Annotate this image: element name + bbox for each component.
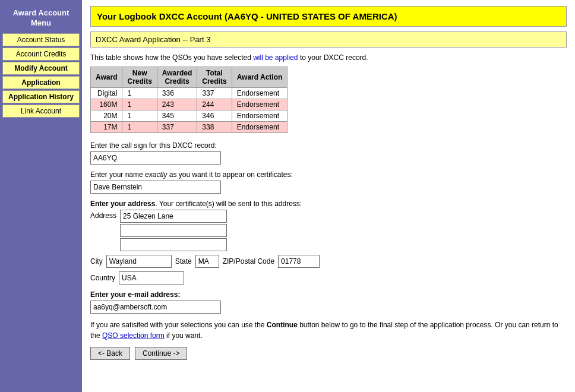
- callsign-section: Enter the call sign for this DXCC record…: [90, 141, 567, 165]
- intro-text: This table shows how the QSOs you have s…: [90, 53, 567, 62]
- state-input[interactable]: [195, 255, 219, 268]
- name-label: Enter your name exactly as you want it t…: [90, 170, 567, 179]
- sidebar-title: Award Account Menu: [2, 5, 80, 33]
- table-row: 20M 1 345 346 Endorsement: [91, 110, 288, 122]
- address-label-strong: Enter your address: [90, 200, 155, 208]
- intro-text-after: to your DXCC record.: [298, 53, 368, 62]
- city-label: City: [90, 257, 103, 265]
- footer-text: If you are satisifed with your selection…: [90, 320, 567, 341]
- new-credits-cell: 1: [122, 88, 157, 99]
- footer-continue-word: Continue: [267, 321, 298, 329]
- award-action-cell: Endorsement: [232, 88, 288, 99]
- address3-input[interactable]: [120, 238, 227, 251]
- col-header-total-credits: TotalCredits: [197, 67, 232, 88]
- section-title: DXCC Award Application -- Part 3: [90, 31, 567, 48]
- award-cell: Digital: [91, 88, 122, 99]
- award-cell: 160M: [91, 99, 122, 110]
- sidebar-item-account-credits[interactable]: Account Credits: [2, 48, 80, 61]
- state-label: State: [175, 257, 192, 265]
- address-inputs: [120, 210, 227, 251]
- callsign-input[interactable]: [90, 151, 221, 165]
- address-label: Enter your address. Your certificate(s) …: [90, 200, 567, 208]
- main-content: Your Logbook DXCC Account (AA6YQ - UNITE…: [82, 0, 575, 392]
- award-action-cell: Endorsement: [232, 110, 288, 122]
- address2-input[interactable]: [120, 224, 227, 237]
- name-input[interactable]: [90, 181, 221, 194]
- total-credits-cell: 244: [197, 99, 232, 110]
- name-section: Enter your name exactly as you want it t…: [90, 170, 567, 194]
- email-section: Enter your e-mail address:: [90, 290, 567, 314]
- zip-label: ZIP/Postal Code: [223, 257, 274, 265]
- awarded-credits-cell: 345: [157, 110, 197, 122]
- credits-table: Award NewCredits AwardedCredits TotalCre…: [90, 67, 288, 133]
- col-header-new-credits: NewCredits: [122, 67, 157, 88]
- continue-button[interactable]: Continue ->: [135, 347, 187, 360]
- sidebar-item-application[interactable]: Application: [2, 76, 80, 89]
- intro-text-before: This table shows how the QSOs you have s…: [90, 53, 253, 62]
- name-label-exactly: exactly: [145, 170, 167, 179]
- footer-text3: if you want.: [165, 331, 203, 340]
- country-row: Country: [90, 271, 567, 284]
- new-credits-cell: 1: [122, 99, 157, 110]
- total-credits-cell: 337: [197, 88, 232, 99]
- city-input[interactable]: [106, 255, 172, 268]
- address1-input[interactable]: [120, 210, 227, 223]
- zip-input[interactable]: [278, 255, 320, 268]
- country-input[interactable]: [119, 271, 184, 284]
- col-header-award-action: Award Action: [232, 67, 288, 88]
- awarded-credits-cell: 243: [157, 99, 197, 110]
- sidebar-item-modify-account[interactable]: Modify Account: [2, 62, 80, 75]
- address-label-after: . Your certificate(s) will be sent to th…: [155, 200, 302, 208]
- back-button[interactable]: <- Back: [90, 347, 130, 360]
- callsign-label: Enter the call sign for this DXCC record…: [90, 141, 567, 150]
- awarded-credits-cell: 336: [157, 88, 197, 99]
- sidebar-item-application-history[interactable]: Application History: [2, 90, 80, 103]
- name-label-before: Enter your name: [90, 170, 145, 179]
- page-title: Your Logbook DXCC Account (AA6YQ - UNITE…: [90, 6, 567, 27]
- country-label: Country: [90, 274, 115, 282]
- email-label: Enter your e-mail address:: [90, 290, 567, 299]
- table-row: 17M 1 337 338 Endorsement: [91, 122, 288, 133]
- email-label-text: Enter your e-mail address:: [90, 290, 180, 299]
- award-cell: 20M: [91, 110, 122, 122]
- awarded-credits-cell: 337: [157, 122, 197, 133]
- total-credits-cell: 346: [197, 110, 232, 122]
- sidebar: Award Account Menu Account Status Accoun…: [0, 0, 82, 392]
- name-label-after: as you want it to appear on certificates…: [167, 170, 292, 179]
- footer-text1: If you are satisifed with your selection…: [90, 321, 267, 329]
- new-credits-cell: 1: [122, 122, 157, 133]
- address-section: Enter your address. Your certificate(s) …: [90, 200, 567, 284]
- total-credits-cell: 338: [197, 122, 232, 133]
- col-header-awarded-credits: AwardedCredits: [157, 67, 197, 88]
- table-row: 160M 1 243 244 Endorsement: [91, 99, 288, 110]
- email-input[interactable]: [90, 301, 221, 314]
- address-field-label: Address: [90, 210, 116, 220]
- new-credits-cell: 1: [122, 110, 157, 122]
- award-action-cell: Endorsement: [232, 99, 288, 110]
- intro-text-link: will be applied: [253, 53, 298, 62]
- button-row: <- Back Continue ->: [90, 347, 567, 360]
- col-header-award: Award: [91, 67, 122, 88]
- award-cell: 17M: [91, 122, 122, 133]
- qso-selection-link[interactable]: QSO selection form: [102, 331, 165, 340]
- city-state-zip-row: City State ZIP/Postal Code: [90, 255, 567, 268]
- sidebar-item-account-status[interactable]: Account Status: [2, 33, 80, 46]
- award-action-cell: Endorsement: [232, 122, 288, 133]
- sidebar-item-link-account[interactable]: Link Account: [2, 105, 80, 118]
- table-row: Digital 1 336 337 Endorsement: [91, 88, 288, 99]
